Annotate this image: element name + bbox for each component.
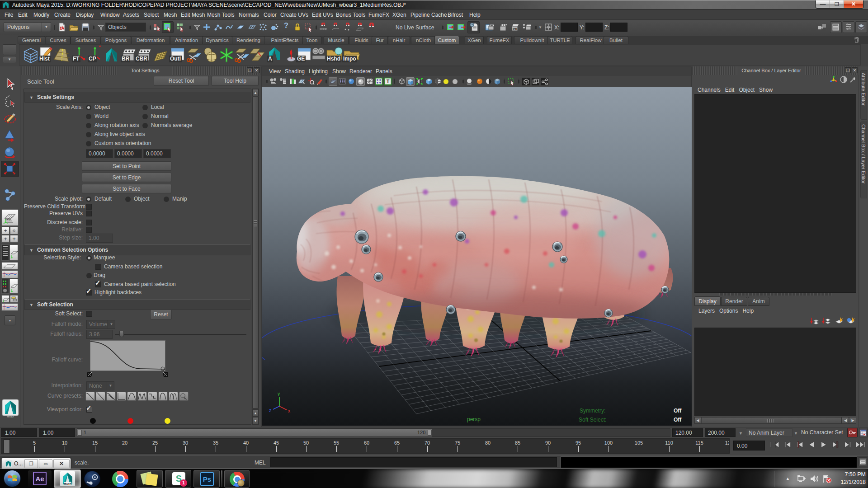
svg-text:T: T bbox=[387, 79, 390, 84]
svg-text:Soft Select:: Soft Select: bbox=[579, 417, 606, 423]
svg-text:x: x bbox=[288, 408, 290, 413]
svg-text:persp: persp bbox=[467, 416, 481, 422]
svg-text:MAYA: MAYA bbox=[64, 482, 72, 485]
svg-text:y: y bbox=[278, 391, 280, 396]
svg-text:MAYA: MAYA bbox=[7, 415, 14, 418]
svg-text:z: z bbox=[269, 408, 271, 413]
svg-text:IPR: IPR bbox=[513, 28, 518, 30]
svg-text:Off: Off bbox=[674, 408, 682, 414]
svg-text:Symmetry:: Symmetry: bbox=[580, 408, 605, 414]
svg-text:Off: Off bbox=[674, 417, 682, 423]
